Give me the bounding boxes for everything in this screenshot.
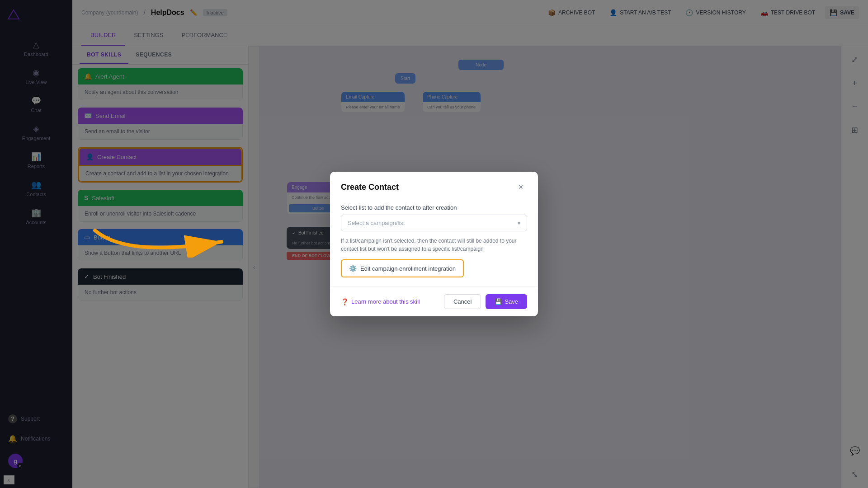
help-link-text: Learn more about this skill xyxy=(351,298,420,305)
modal-title: Create Contact xyxy=(341,183,399,192)
create-contact-modal: Create Contact × Select list to add the … xyxy=(330,172,538,316)
campaign-select-wrapper: Select a campaign/list ▾ xyxy=(341,215,527,231)
edit-integration-label: Edit campaign enrollment integration xyxy=(360,265,456,272)
modal-hint-text: If a list/campaign isn't selected, then … xyxy=(341,237,527,253)
modal-body: Select list to add the contact to after … xyxy=(330,201,538,286)
campaign-select[interactable]: Select a campaign/list ▾ xyxy=(341,215,527,231)
modal-footer-actions: Cancel 💾 Save xyxy=(444,294,527,309)
modal-footer: ❓ Learn more about this skill Cancel 💾 S… xyxy=(330,286,538,316)
modal-header: Create Contact × xyxy=(330,172,538,201)
select-arrow-icon: ▾ xyxy=(518,220,520,226)
gear-icon: ⚙️ xyxy=(349,265,357,272)
edit-integration-button[interactable]: ⚙️ Edit campaign enrollment integration xyxy=(341,259,464,277)
help-icon: ❓ xyxy=(341,298,349,305)
modal-close-button[interactable]: × xyxy=(514,181,527,193)
arrow-annotation xyxy=(90,221,235,259)
campaign-select-placeholder: Select a campaign/list xyxy=(348,220,405,226)
save-button[interactable]: 💾 Save xyxy=(486,294,527,309)
cancel-button[interactable]: Cancel xyxy=(444,294,481,309)
help-link[interactable]: ❓ Learn more about this skill xyxy=(341,298,420,305)
modal-select-label: Select list to add the contact to after … xyxy=(341,204,527,211)
modal-overlay[interactable]: Create Contact × Select list to add the … xyxy=(0,0,868,488)
save-icon: 💾 xyxy=(495,298,502,305)
